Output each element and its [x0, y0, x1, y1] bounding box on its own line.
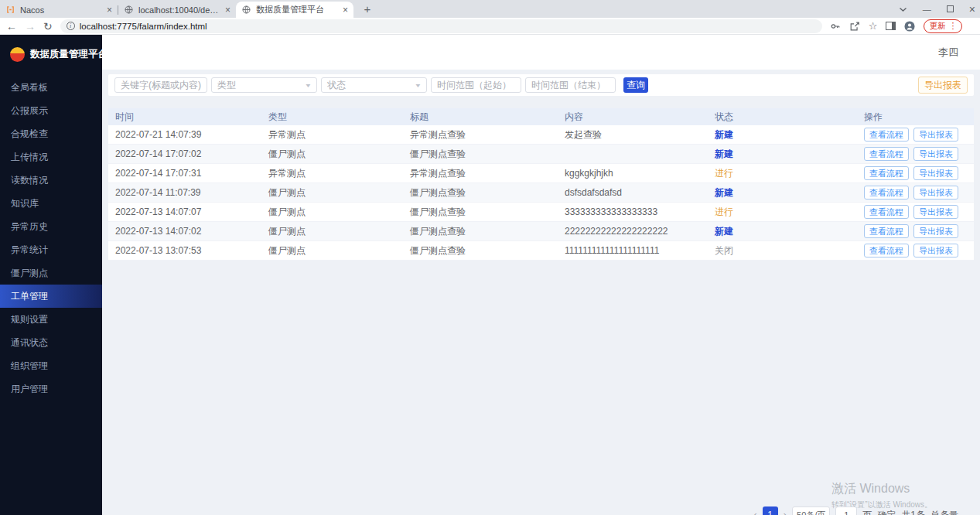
sidebar-item-knowledge-base[interactable]: 知识库: [0, 192, 102, 215]
type-select[interactable]: 类型 ▼: [211, 77, 317, 93]
app-window: 数据质量管理平台 全局看板 公报展示 合规检查 上传情况 读数情况 知识库 异常…: [0, 35, 980, 515]
export-report-row-button[interactable]: 导出报表: [913, 128, 958, 142]
tab-nacos[interactable]: Nacos ×: [0, 2, 118, 18]
type-select-placeholder: 类型: [217, 79, 236, 92]
total-count-label: 共1条: [901, 506, 925, 515]
cell-type: 僵尸测点: [261, 206, 403, 219]
cell-type: 异常测点: [261, 167, 403, 180]
export-report-row-button[interactable]: 导出报表: [913, 186, 958, 200]
sidebar-item-anomaly-history[interactable]: 异常历史: [0, 215, 102, 238]
sidebar-item-reading-status[interactable]: 读数情况: [0, 169, 102, 192]
tab-close-icon[interactable]: ×: [107, 5, 112, 15]
cell-content: 发起查验: [558, 128, 708, 142]
address-bar[interactable]: i localhost:7775/falarm/index.html: [60, 19, 822, 33]
refresh-icon[interactable]: ↻: [43, 21, 53, 32]
site-info-icon[interactable]: i: [67, 22, 75, 30]
export-report-button[interactable]: 导出报表: [918, 77, 968, 94]
sidebar-item-work-orders[interactable]: 工单管理: [0, 285, 102, 308]
cell-time: 2022-07-14 17:07:02: [108, 148, 261, 159]
cell-time: 2022-07-13 13:07:53: [108, 245, 261, 256]
tab-close-icon[interactable]: ×: [343, 5, 348, 15]
app-title: 数据质量管理平台: [30, 48, 108, 61]
window-controls: — ×: [899, 0, 975, 18]
chevron-down-icon: ▼: [305, 83, 312, 88]
time-end-input[interactable]: [525, 77, 616, 93]
export-report-row-button[interactable]: 导出报表: [913, 224, 958, 238]
table-row: 2022-07-14 17:07:02 僵尸测点 僵尸测点查验 新建 查看流程 …: [108, 145, 974, 164]
current-user[interactable]: 李四: [938, 46, 958, 60]
tab-data-quality-platform[interactable]: 数据质量管理平台 ×: [236, 2, 353, 18]
tab-close-icon[interactable]: ×: [225, 5, 230, 15]
chrome-update-button[interactable]: 更新 ⋮: [924, 19, 962, 33]
sidebar-menu: 全局看板 公报展示 合规检查 上传情况 读数情况 知识库 异常历史 异常统计 僵…: [0, 76, 102, 401]
query-button[interactable]: 查询: [623, 77, 648, 93]
cell-title: 僵尸测点查验: [403, 186, 558, 200]
sidebar-item-zombie-points[interactable]: 僵尸测点: [0, 261, 102, 285]
export-report-row-button[interactable]: 导出报表: [913, 205, 958, 219]
page-number-active[interactable]: 1: [763, 506, 778, 515]
cell-content: dsfsdafsdafsd: [558, 187, 708, 198]
export-report-row-button[interactable]: 导出报表: [913, 166, 958, 180]
status-badge: 新建: [715, 129, 733, 140]
page-header: 李四: [102, 35, 980, 70]
view-process-button[interactable]: 查看流程: [864, 128, 909, 142]
side-panel-icon[interactable]: [886, 22, 896, 30]
view-process-button[interactable]: 查看流程: [864, 224, 909, 238]
minimize-icon[interactable]: —: [923, 5, 931, 14]
tab-strip: Nacos × localhost:10040/demo/psjdbc × 数据…: [0, 0, 980, 18]
table-row: 2022-07-13 14:07:02 僵尸测点 僵尸测点查验 22222222…: [108, 222, 974, 241]
sidebar-item-anomaly-stats[interactable]: 异常统计: [0, 238, 102, 261]
view-process-button[interactable]: 查看流程: [864, 147, 909, 161]
sidebar-item-user-management[interactable]: 用户管理: [0, 377, 102, 401]
sidebar-item-rule-settings[interactable]: 规则设置: [0, 308, 102, 331]
cell-time: 2022-07-13 14:07:02: [108, 226, 261, 237]
status-badge: 新建: [715, 187, 733, 198]
export-report-row-button[interactable]: 导出报表: [913, 244, 958, 258]
close-window-icon[interactable]: ×: [969, 3, 975, 15]
view-process-button[interactable]: 查看流程: [864, 244, 909, 258]
sidebar-item-global-board[interactable]: 全局看板: [0, 76, 102, 99]
next-page-icon[interactable]: ›: [784, 506, 787, 515]
toolbar-icons: ☆ 更新 ⋮: [830, 19, 963, 33]
forward-icon[interactable]: →: [25, 21, 36, 32]
back-icon[interactable]: ←: [6, 21, 17, 32]
table-row: 2022-07-14 17:07:31 异常测点 异常测点查验 kggkgkjh…: [108, 164, 974, 183]
column-status: 状态: [708, 111, 857, 124]
page-size-select[interactable]: 50条/页: [792, 506, 830, 515]
view-process-button[interactable]: 查看流程: [864, 205, 909, 219]
cell-type: 僵尸测点: [261, 225, 403, 238]
status-badge: 关闭: [715, 245, 733, 256]
table-row: 2022-07-14 11:07:39 僵尸测点 僵尸测点查验 dsfsdafs…: [108, 183, 974, 203]
nacos-favicon: [5, 5, 15, 15]
sidebar-item-upload-status[interactable]: 上传情况: [0, 145, 102, 169]
bookmark-star-icon[interactable]: ☆: [869, 20, 878, 32]
time-start-input[interactable]: [431, 77, 521, 93]
maximize-icon[interactable]: [947, 5, 954, 12]
keyword-input[interactable]: [114, 77, 207, 93]
brand-logo-icon: [10, 47, 25, 62]
profile-avatar-icon[interactable]: [904, 21, 915, 32]
chevron-down-icon[interactable]: [899, 5, 907, 14]
status-badge: 进行: [715, 168, 733, 179]
new-tab-button[interactable]: +: [360, 2, 375, 15]
sidebar-item-compliance-check[interactable]: 合规检查: [0, 122, 102, 145]
view-process-button[interactable]: 查看流程: [864, 186, 909, 200]
cell-title: 僵尸测点查验: [403, 244, 558, 258]
tab-localhost-demo[interactable]: localhost:10040/demo/psjdbc ×: [118, 2, 236, 18]
page-jump-input[interactable]: 1: [835, 506, 857, 515]
sidebar-item-org-management[interactable]: 组织管理: [0, 354, 102, 377]
share-icon[interactable]: [849, 21, 860, 32]
filter-bar: 类型 ▼ 状态 ▼ 查询 导出报表: [108, 74, 974, 96]
sidebar-item-bulletin-display[interactable]: 公报展示: [0, 99, 102, 122]
menu-dots-icon[interactable]: ⋮: [948, 21, 957, 31]
confirm-page-button[interactable]: 确定: [877, 506, 896, 515]
page-jump-suffix: 页: [862, 506, 872, 515]
sidebar-item-comm-status[interactable]: 通讯状态: [0, 331, 102, 354]
export-report-row-button[interactable]: 导出报表: [913, 147, 958, 161]
password-key-icon[interactable]: [830, 21, 841, 32]
pagination-bar: ‹ 1 › 50条/页 1 页 确定 共1条 总条量: [753, 506, 958, 515]
status-select[interactable]: 状态 ▼: [321, 77, 427, 93]
view-process-button[interactable]: 查看流程: [864, 166, 909, 180]
prev-page-icon[interactable]: ‹: [753, 506, 756, 515]
column-type: 类型: [261, 111, 403, 124]
